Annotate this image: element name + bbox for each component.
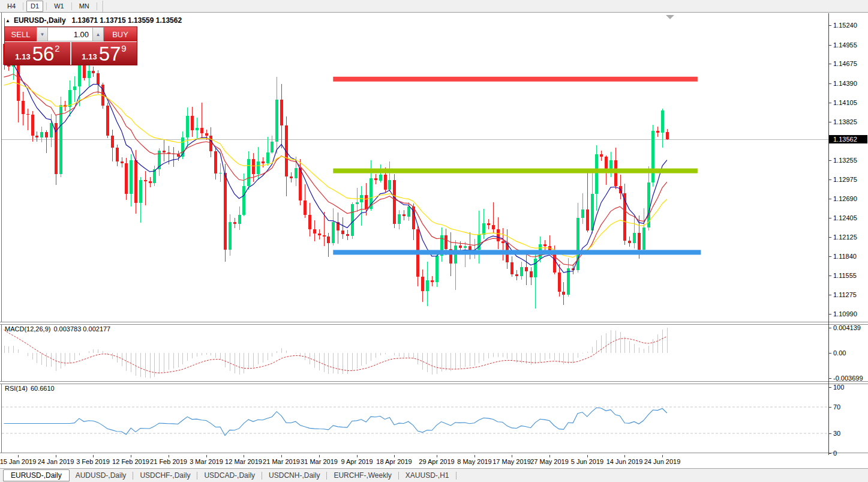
candle-body bbox=[600, 154, 603, 156]
toolbar-separator bbox=[46, 2, 47, 10]
candle-body bbox=[444, 235, 447, 249]
candle-body bbox=[497, 229, 500, 241]
volume-input[interactable] bbox=[48, 28, 92, 41]
autoscroll-marker-icon bbox=[666, 15, 674, 19]
price-axis-label: 1.14105 bbox=[833, 99, 857, 106]
date-tick bbox=[206, 455, 207, 457]
date-tick bbox=[319, 455, 320, 457]
candle-body bbox=[341, 230, 344, 234]
date-tick bbox=[18, 455, 19, 457]
chart-tab-xauusd-h1[interactable]: XAUUSD-,H1 bbox=[400, 470, 455, 481]
buy-button[interactable]: BUY bbox=[104, 27, 137, 41]
candle-body bbox=[285, 125, 288, 176]
candle-body bbox=[68, 90, 71, 107]
date-tick bbox=[93, 455, 94, 457]
candle-body bbox=[247, 159, 250, 185]
candle-body bbox=[238, 215, 241, 224]
candle-body bbox=[501, 241, 504, 243]
buy-price-display[interactable]: 1.13 57 9 bbox=[71, 42, 137, 65]
sell-price-big: 56 bbox=[32, 44, 55, 64]
chart-tab-usdcnh-daily[interactable]: USDCNH-,Daily bbox=[263, 470, 326, 481]
rsi-panel-splitter[interactable] bbox=[0, 381, 868, 384]
candle-body bbox=[403, 214, 406, 216]
rsi-indicator-canvas[interactable] bbox=[2, 384, 828, 453]
candle-body bbox=[271, 142, 274, 152]
candle-body bbox=[219, 173, 222, 173]
candle-body bbox=[304, 200, 307, 215]
chart-tab-eurusd-daily[interactable]: EURUSD-,Daily bbox=[3, 469, 70, 481]
rsi-value: 60.6610 bbox=[31, 385, 55, 392]
price-axis-label: 1.12690 bbox=[833, 195, 857, 202]
candle-body bbox=[134, 160, 137, 203]
candle-body bbox=[666, 132, 669, 139]
hline-pivot-olive[interactable] bbox=[333, 169, 698, 173]
buy-price-big: 57 bbox=[99, 44, 121, 64]
chart-tab-usdcad-daily[interactable]: USDCAD-,Daily bbox=[198, 470, 261, 481]
candle-body bbox=[510, 262, 513, 274]
toolbar-separator bbox=[23, 2, 23, 10]
candle-body bbox=[144, 180, 147, 181]
candle-body bbox=[464, 246, 467, 247]
volume-decrease-button[interactable]: ▼ bbox=[37, 27, 48, 41]
collapse-panel-icon[interactable]: ▲ bbox=[5, 18, 10, 23]
candle-body bbox=[543, 244, 546, 246]
tab-separator bbox=[326, 472, 327, 480]
date-tick bbox=[357, 455, 358, 457]
candle-body bbox=[280, 100, 283, 125]
candle-body bbox=[275, 100, 278, 142]
candle-body bbox=[586, 209, 589, 230]
chart-tab-eurchf-weekly[interactable]: EURCHF-,Weekly bbox=[328, 470, 397, 481]
candle-body bbox=[163, 151, 166, 152]
macd-label: MACD(12,26,9)0.003783 0.002177 bbox=[5, 325, 110, 333]
price-axis-label: 1.12125 bbox=[833, 233, 857, 241]
rsi-axis-label: 70 bbox=[833, 403, 840, 411]
price-axis-label: 1.11555 bbox=[833, 272, 857, 279]
date-tick bbox=[169, 455, 169, 457]
date-axis[interactable]: 15 Jan 201924 Jan 20193 Feb 201912 Feb 2… bbox=[0, 455, 868, 468]
candle-body bbox=[398, 214, 401, 224]
tab-separator bbox=[456, 472, 456, 480]
hline-support-blue[interactable] bbox=[333, 250, 701, 255]
candle-body bbox=[313, 229, 316, 233]
macd-indicator-canvas[interactable] bbox=[2, 324, 828, 382]
rsi-axis-label: 0 bbox=[833, 450, 837, 457]
chart-tab-audusd-daily[interactable]: AUDUSD-,Daily bbox=[70, 470, 133, 481]
price-axis-label: 1.14675 bbox=[833, 60, 857, 67]
tab-separator bbox=[133, 472, 133, 480]
candle-body bbox=[530, 271, 533, 277]
candle-body bbox=[591, 194, 594, 230]
sell-button[interactable]: SELL bbox=[5, 27, 37, 41]
candle-body bbox=[426, 280, 429, 291]
current-bid-tag: 1.13562 bbox=[829, 135, 867, 143]
toolbar-groove bbox=[103, 1, 104, 12]
timeframe-button-d1[interactable]: D1 bbox=[26, 1, 43, 12]
candle-body bbox=[379, 175, 382, 180]
rsi-line bbox=[4, 408, 667, 435]
date-tick bbox=[474, 455, 475, 457]
candle-body bbox=[97, 73, 100, 85]
hline-resistance-red[interactable] bbox=[333, 77, 698, 82]
candle-body bbox=[22, 101, 25, 114]
sell-price-prefix: 1.13 bbox=[15, 52, 30, 61]
macd-panel-splitter[interactable] bbox=[0, 322, 868, 325]
timeframe-button-h4[interactable]: H4 bbox=[3, 1, 20, 12]
candle-body bbox=[628, 241, 631, 243]
candle-body bbox=[327, 236, 330, 243]
candle-body bbox=[581, 209, 584, 218]
price-axis[interactable]: 1.152401.149551.146751.143901.141051.138… bbox=[829, 0, 868, 468]
date-tick bbox=[281, 455, 282, 457]
candle-body bbox=[562, 292, 565, 295]
tab-separator bbox=[262, 472, 262, 480]
timeframe-button-w1[interactable]: W1 bbox=[50, 1, 68, 12]
buy-price-sup: 9 bbox=[121, 43, 126, 53]
toolbar-separator bbox=[97, 2, 97, 10]
sell-price-display[interactable]: 1.13 56 2 bbox=[5, 42, 71, 65]
candle-body bbox=[558, 273, 561, 292]
timeframe-button-mn[interactable]: MN bbox=[75, 1, 94, 12]
volume-increase-button[interactable]: ▲ bbox=[92, 27, 104, 41]
rsi-axis-label: 30 bbox=[833, 430, 840, 437]
candle-body bbox=[181, 137, 184, 157]
date-tick-label: 24 Jun 2019 bbox=[640, 458, 684, 465]
chart-tab-usdchf-daily[interactable]: USDCHF-,Daily bbox=[134, 470, 196, 481]
price-axis-label: 1.13825 bbox=[833, 118, 857, 125]
